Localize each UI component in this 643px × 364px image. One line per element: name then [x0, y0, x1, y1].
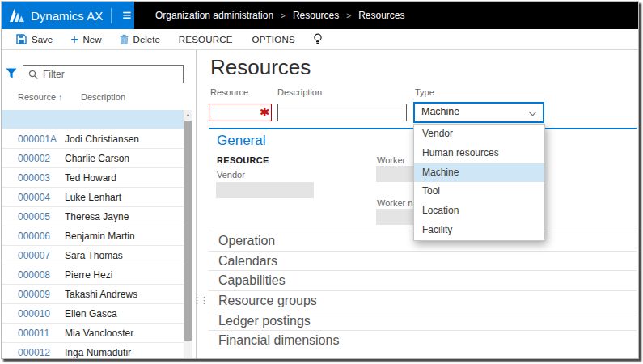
breadcrumb: Organization administration>Resources>Re… — [134, 2, 404, 29]
table-row[interactable] — [2, 110, 184, 129]
resource-description: Pierre Hezi — [65, 269, 112, 281]
type-option[interactable]: Vendor — [414, 125, 544, 144]
type-option[interactable]: Location — [414, 201, 544, 221]
table-row[interactable]: 000010Ellen Gasca — [2, 304, 184, 324]
sort-ascending-icon: ↑ — [58, 92, 63, 102]
breadcrumb-separator: > — [281, 11, 286, 20]
dynamics-logo-icon — [9, 9, 25, 23]
section-ledger-postings[interactable]: Ledger postings — [209, 311, 637, 331]
breadcrumb-item[interactable]: Organization administration — [155, 10, 273, 21]
resource-description: Luke Lenhart — [65, 192, 121, 203]
resource-link[interactable]: 000012 — [2, 347, 65, 358]
resource-description: Inga Numadutir — [65, 347, 131, 358]
table-row[interactable]: 000005Theresa Jayne — [2, 207, 184, 226]
resource-link[interactable]: 000009 — [2, 289, 65, 300]
app-brand-area[interactable]: Dynamics AX ≡ — [2, 2, 134, 29]
resource-link[interactable]: 000011 — [2, 328, 65, 339]
description-input[interactable] — [277, 104, 407, 121]
vendor-label: Vendor — [217, 170, 245, 180]
resource-description: Ellen Gasca — [65, 308, 117, 320]
breadcrumb-item[interactable]: Resources — [293, 10, 339, 21]
resource-description: Charlie Carson — [65, 153, 129, 164]
scrollbar-thumb[interactable] — [184, 121, 192, 341]
delete-button[interactable]: Delete — [111, 29, 169, 49]
section-general[interactable]: General — [217, 133, 265, 149]
section-resource-groups[interactable]: Resource groups — [209, 290, 637, 311]
type-option[interactable]: Human resources — [414, 144, 544, 163]
section-label: Operation — [218, 234, 275, 248]
section-label: Ledger postings — [218, 314, 311, 328]
table-row[interactable]: 000008Pierre Hezi — [2, 265, 184, 285]
filter-input[interactable] — [23, 66, 183, 83]
resource-description: Mia Vanclooster — [65, 328, 133, 339]
filter-field — [23, 65, 184, 83]
filter-funnel-icon[interactable] — [6, 68, 17, 78]
resource-link[interactable]: 000001A — [2, 133, 65, 145]
section-calendars[interactable]: Calendars — [209, 251, 637, 271]
resource-link[interactable]: 000010 — [2, 308, 65, 320]
type-dropdown-list: VendorHuman resourcesMachineToolLocation… — [413, 124, 545, 241]
section-label: Calendars — [218, 254, 277, 269]
breadcrumb-item[interactable]: Resources — [358, 10, 404, 21]
trash-icon — [120, 34, 129, 44]
save-button[interactable]: Save — [7, 29, 61, 49]
vendor-input[interactable] — [216, 182, 314, 198]
top-navigation-bar: Dynamics AX ≡ Organization administratio… — [2, 2, 638, 29]
scroll-up-icon[interactable]: ▲ — [184, 110, 192, 120]
resource-link[interactable]: 000005 — [2, 211, 65, 222]
type-option[interactable]: Tool — [414, 182, 544, 201]
section-capabilities[interactable]: Capabilities — [209, 270, 637, 290]
panel-splitter-handle[interactable]: ⋮⋮ — [192, 298, 207, 303]
table-row[interactable]: 000012Inga Numadutir — [2, 343, 184, 358]
description-field-label: Description — [277, 87, 322, 97]
lightbulb-icon — [313, 33, 323, 45]
resource-menu[interactable]: RESOURCE — [169, 29, 243, 49]
resource-group-header: RESOURCE — [217, 155, 269, 165]
type-option[interactable]: Machine — [414, 163, 544, 183]
hamburger-menu-icon[interactable]: ≡ — [112, 2, 131, 29]
resource-link[interactable]: 000007 — [2, 250, 65, 261]
resource-link[interactable]: 000004 — [2, 192, 65, 203]
fasttab-sections: OperationCalendarsCapabilitiesResource g… — [209, 231, 637, 350]
resource-description: Ted Howard — [65, 172, 116, 184]
table-row[interactable]: 000011Mia Vanclooster — [2, 324, 184, 343]
app-window: Dynamics AX ≡ Organization administratio… — [1, 1, 639, 359]
action-toolbar: Save + New Delete RESOURCE OPTIONS — [2, 29, 638, 50]
table-row[interactable]: 000009Takashi Andrews — [2, 285, 184, 304]
resource-description: Sara Thomas — [65, 250, 123, 261]
table-row[interactable]: 000006Benjamin Martin — [2, 226, 184, 246]
type-combobox[interactable]: Machine — [413, 102, 544, 123]
resource-link[interactable]: 000008 — [2, 269, 65, 281]
new-button[interactable]: + New — [61, 29, 110, 49]
chevron-down-icon — [529, 108, 537, 116]
resource-link[interactable]: 000006 — [2, 231, 65, 242]
resource-link[interactable]: 000002 — [2, 153, 65, 164]
resource-description: Theresa Jayne — [65, 211, 129, 222]
table-row[interactable]: 000002Charlie Carson — [2, 149, 184, 168]
type-field-label: Type — [415, 87, 434, 97]
required-asterisk: ✱ — [260, 105, 270, 120]
breadcrumb-separator: > — [346, 11, 351, 20]
column-header-description[interactable]: Description — [81, 92, 125, 102]
save-label: Save — [32, 35, 53, 44]
column-header-resource[interactable]: Resource↑ — [18, 92, 63, 102]
page-title: Resources — [210, 55, 311, 80]
options-menu[interactable]: OPTIONS — [243, 29, 305, 49]
resource-grid: 000001AJodi Christiansen000002Charlie Ca… — [2, 110, 184, 358]
resource-link[interactable]: 000003 — [2, 172, 65, 184]
new-label: New — [83, 35, 102, 44]
section-label: Financial dimensions — [218, 333, 339, 348]
section-financial-dimensions[interactable]: Financial dimensions — [209, 330, 637, 350]
grid-scrollbar[interactable]: ▲ — [184, 110, 192, 358]
task-guide-button[interactable] — [305, 29, 331, 49]
type-option[interactable]: Facility — [414, 221, 544, 240]
table-row[interactable]: 000004Luke Lenhart — [2, 188, 184, 207]
section-label: Resource groups — [218, 294, 317, 308]
table-row[interactable]: 000007Sara Thomas — [2, 246, 184, 265]
table-row[interactable]: 000001AJodi Christiansen — [2, 129, 184, 149]
resource-description: Takashi Andrews — [65, 289, 137, 300]
brand-name: Dynamics AX — [31, 9, 103, 23]
column-divider — [78, 93, 78, 108]
table-row[interactable]: 000003Ted Howard — [2, 168, 184, 188]
resource-description: Benjamin Martin — [65, 231, 135, 242]
